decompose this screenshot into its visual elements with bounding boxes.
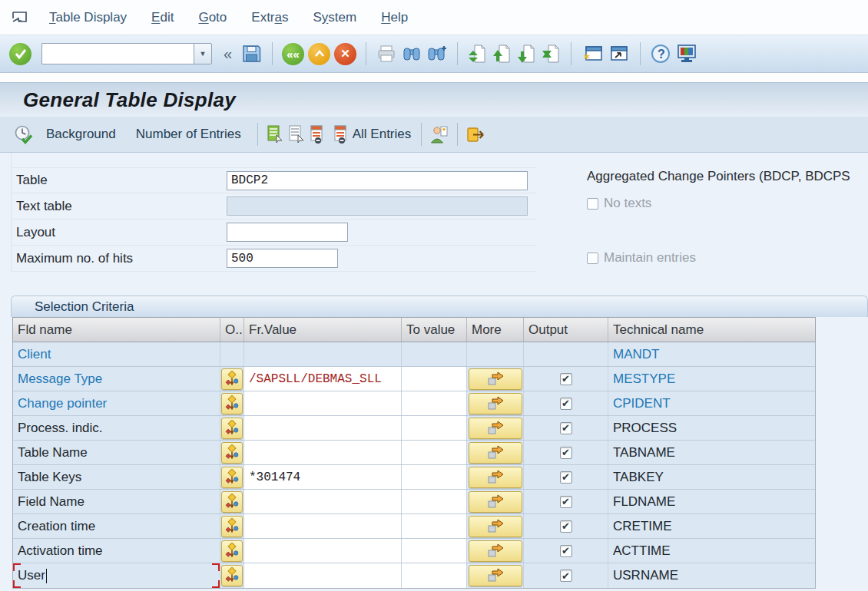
menu-system[interactable]: System xyxy=(307,7,363,28)
number-of-entries-button[interactable]: Number of Entries xyxy=(127,122,250,147)
print-icon[interactable] xyxy=(376,44,397,64)
field-name-cell[interactable]: Client xyxy=(13,342,220,366)
more-selection-options-icon[interactable] xyxy=(469,540,522,562)
from-value-cell[interactable]: /SAPSLL/DEBMAS_SLL xyxy=(244,367,402,391)
to-value-cell[interactable] xyxy=(402,367,467,391)
from-value-cell[interactable] xyxy=(244,416,402,440)
multiple-selection-icon[interactable] xyxy=(221,418,243,439)
more-selection-options-icon[interactable] xyxy=(469,442,522,464)
new-session-icon[interactable]: ✶ xyxy=(581,44,604,64)
output-checkbox[interactable]: ✔ xyxy=(560,398,572,410)
enter-icon[interactable] xyxy=(9,43,31,65)
exit-icon[interactable] xyxy=(308,43,330,65)
field-name-cell[interactable]: Table Keys xyxy=(13,465,220,489)
field-name-cell[interactable]: Table Name xyxy=(13,441,220,464)
create-shortcut-icon[interactable] xyxy=(608,44,631,64)
column-header-more[interactable]: More xyxy=(467,318,524,342)
from-value-cell[interactable] xyxy=(244,490,402,513)
multiple-selection-icon[interactable] xyxy=(221,368,243,390)
cancel-icon[interactable]: ✕ xyxy=(334,43,356,65)
technical-name-cell[interactable]: MESTYPE xyxy=(608,367,817,391)
output-checkbox[interactable]: ✔ xyxy=(560,471,572,484)
multiple-selection-icon[interactable] xyxy=(221,442,243,464)
to-value-cell[interactable] xyxy=(402,416,467,440)
output-checkbox[interactable]: ✔ xyxy=(560,422,572,434)
find-next-icon[interactable] xyxy=(426,44,448,64)
find-icon[interactable] xyxy=(401,44,422,64)
menu-extras[interactable]: Extras xyxy=(245,7,294,28)
save-icon[interactable] xyxy=(240,43,263,64)
multiple-selection-icon[interactable] xyxy=(221,491,243,513)
to-value-cell[interactable] xyxy=(402,391,467,415)
execute-icon[interactable] xyxy=(12,124,35,146)
technical-name-cell[interactable]: MANDT xyxy=(608,342,817,366)
to-value-cell[interactable] xyxy=(402,514,467,538)
more-selection-options-icon[interactable] xyxy=(469,393,522,414)
table-input[interactable] xyxy=(227,171,528,190)
user-parameters-icon[interactable] xyxy=(429,124,450,146)
technical-name-cell[interactable]: CPIDENT xyxy=(608,391,817,415)
no-texts-checkbox[interactable] xyxy=(587,198,598,210)
more-selection-options-icon[interactable] xyxy=(469,418,522,439)
previous-page-icon[interactable] xyxy=(492,43,512,64)
output-checkbox[interactable]: ✔ xyxy=(560,447,572,459)
column-header-output[interactable]: Output xyxy=(524,318,608,342)
more-selection-options-icon[interactable] xyxy=(469,565,522,586)
maintain-entries-checkbox[interactable] xyxy=(587,253,598,264)
back-icon[interactable]: «« xyxy=(282,43,304,65)
command-input[interactable] xyxy=(41,43,194,64)
first-page-icon[interactable] xyxy=(467,43,488,64)
more-selection-options-icon[interactable] xyxy=(469,467,522,488)
column-header-fr-value[interactable]: Fr.Value xyxy=(244,318,402,342)
menu-goto[interactable]: Goto xyxy=(192,7,233,28)
field-name-cell[interactable]: Process. indic. xyxy=(13,416,220,440)
multiple-selection-icon[interactable] xyxy=(221,467,243,488)
from-value-cell[interactable] xyxy=(244,539,402,563)
layout-input[interactable] xyxy=(227,223,348,242)
to-value-cell[interactable] xyxy=(402,563,467,588)
select-all-icon[interactable] xyxy=(265,124,285,145)
help-icon[interactable]: ? xyxy=(650,43,671,64)
background-button[interactable]: Background xyxy=(37,122,125,147)
output-checkbox[interactable]: ✔ xyxy=(560,570,572,582)
multiple-selection-icon[interactable] xyxy=(221,516,243,537)
menu-table-display[interactable]: Table Display xyxy=(43,7,133,28)
to-value-cell[interactable] xyxy=(402,465,467,489)
to-value-cell[interactable] xyxy=(402,441,467,464)
select-block-icon[interactable] xyxy=(287,124,306,145)
from-value-cell[interactable] xyxy=(244,514,402,538)
from-value-cell[interactable] xyxy=(244,391,402,415)
output-checkbox[interactable]: ✔ xyxy=(560,496,572,508)
field-name-cell[interactable]: Field Name xyxy=(13,490,220,513)
max-hits-input[interactable] xyxy=(227,249,338,268)
to-value-cell[interactable] xyxy=(402,490,467,513)
column-header-fld-name[interactable]: Fld name xyxy=(13,318,220,342)
output-checkbox[interactable]: ✔ xyxy=(560,545,572,557)
all-entries-button[interactable]: All Entries xyxy=(330,123,415,146)
to-value-cell[interactable] xyxy=(402,539,467,563)
collapse-command-field-icon[interactable]: « xyxy=(219,45,237,63)
more-selection-options-icon[interactable] xyxy=(469,491,522,513)
command-dropdown-icon[interactable]: ▼ xyxy=(194,43,212,64)
more-selection-options-icon[interactable] xyxy=(469,368,522,390)
field-name-cell[interactable]: Change pointer xyxy=(13,391,220,415)
menu-help[interactable]: Help xyxy=(375,7,414,28)
output-checkbox[interactable]: ✔ xyxy=(560,520,572,533)
field-name-cell[interactable]: Activation time xyxy=(13,539,220,563)
multiple-selection-icon[interactable] xyxy=(221,540,243,562)
field-name-cell[interactable]: User xyxy=(13,563,220,588)
next-page-icon[interactable] xyxy=(516,43,537,64)
system-menu-icon[interactable] xyxy=(11,8,34,27)
column-header-technical-name[interactable]: Technical name xyxy=(608,318,817,342)
customize-layout-icon[interactable] xyxy=(675,43,698,64)
column-header-to-value[interactable]: To value xyxy=(402,318,467,342)
output-checkbox[interactable]: ✔ xyxy=(560,373,572,385)
deselect-all-icon[interactable] xyxy=(308,124,328,145)
exit-transaction-icon[interactable] xyxy=(465,124,488,145)
column-header-o-[interactable]: O.. xyxy=(220,318,244,342)
last-page-icon[interactable] xyxy=(541,43,562,64)
multiple-selection-icon[interactable] xyxy=(221,393,243,414)
multiple-selection-icon[interactable] xyxy=(221,565,243,586)
field-name-cell[interactable]: Message Type xyxy=(13,367,220,391)
field-name-cell[interactable]: Creation time xyxy=(13,514,220,538)
